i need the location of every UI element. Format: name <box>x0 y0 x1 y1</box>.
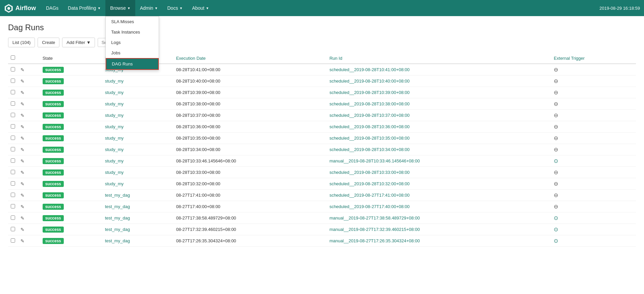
th-select-all[interactable] <box>8 53 18 64</box>
row-checkbox[interactable] <box>11 136 15 140</box>
dag-id-link[interactable]: study_my <box>105 170 124 175</box>
th-run-id[interactable]: Run Id <box>327 53 551 64</box>
run-id-link[interactable]: scheduled__2019-08-28T10:38:00+08:00 <box>330 101 410 106</box>
dag-id-link[interactable]: study_my <box>105 79 124 84</box>
dag-id-link[interactable]: study_my <box>105 181 124 186</box>
run-id-link[interactable]: scheduled__2019-08-28T10:36:00+08:00 <box>330 124 410 129</box>
run-id-link[interactable]: scheduled__2019-08-28T10:37:00+08:00 <box>330 113 410 118</box>
dropdown-item-sla-misses[interactable]: SLA Misses <box>106 16 159 27</box>
row-checkbox[interactable] <box>11 67 15 71</box>
dropdown-item-jobs[interactable]: Jobs <box>106 48 159 58</box>
th-external-trigger[interactable]: External Trigger <box>551 53 636 64</box>
edit-icon[interactable]: ✎ <box>20 124 24 130</box>
edit-icon[interactable]: ✎ <box>20 113 24 118</box>
nav-item-data-profiling[interactable]: Data Profiling ▼ <box>63 0 105 16</box>
edit-icon[interactable]: ✎ <box>20 101 24 107</box>
dag-id-link[interactable]: study_my <box>105 101 124 106</box>
row-checkbox[interactable] <box>11 101 15 106</box>
table-row: ✎successtest_my_dag08-27T17:38:58.489729… <box>8 212 636 224</box>
run-id-link[interactable]: scheduled__2019-08-27T17:41:00+08:00 <box>330 193 410 198</box>
edit-icon[interactable]: ✎ <box>20 158 24 164</box>
dag-id-link[interactable]: test_my_dag <box>105 227 130 232</box>
run-id-link[interactable]: scheduled__2019-08-28T10:35:00+08:00 <box>330 136 410 141</box>
edit-icon[interactable]: ✎ <box>20 238 24 244</box>
dag-id-link[interactable]: study_my <box>105 113 124 118</box>
run-id-link[interactable]: manual__2019-08-28T10:33:46.145646+08:00 <box>330 158 420 163</box>
edit-icon[interactable]: ✎ <box>20 90 24 95</box>
run-id-link[interactable]: scheduled__2019-08-28T10:39:00+08:00 <box>330 90 410 95</box>
row-checkbox[interactable] <box>11 193 15 197</box>
dag-id-link[interactable]: study_my <box>105 158 124 163</box>
dag-id-link[interactable]: test_my_dag <box>105 204 130 209</box>
edit-icon[interactable]: ✎ <box>20 193 24 198</box>
row-dag-id-cell: study_my <box>102 167 174 178</box>
dropdown-item-logs[interactable]: Logs <box>106 37 159 48</box>
th-execution-date[interactable]: Execution Date <box>174 53 327 64</box>
edit-icon[interactable]: ✎ <box>20 181 24 187</box>
nav-item-about[interactable]: About ▼ <box>187 0 214 16</box>
run-id-link[interactable]: scheduled__2019-08-28T10:40:00+08:00 <box>330 79 410 84</box>
external-trigger-icon: ⊙ <box>554 158 558 164</box>
row-external-trigger-cell: ⊖ <box>551 190 636 201</box>
add-filter-button[interactable]: Add Filter ▼ <box>62 38 95 47</box>
table-row: ✎successtest_my_dag08-27T17:32:39.460215… <box>8 224 636 235</box>
create-button[interactable]: Create <box>38 38 59 47</box>
dag-id-link[interactable]: test_my_dag <box>105 215 130 220</box>
row-checkbox[interactable] <box>11 113 15 117</box>
external-trigger-icon: ⊖ <box>554 67 558 72</box>
dag-id-link[interactable]: study_my <box>105 147 124 152</box>
row-checkbox[interactable] <box>11 215 15 220</box>
list-button[interactable]: List (104) <box>8 38 35 47</box>
row-checkbox[interactable] <box>11 170 15 174</box>
row-checkbox[interactable] <box>11 227 15 231</box>
row-checkbox[interactable] <box>11 204 15 208</box>
dropdown-item-dag-runs[interactable]: DAG Runs <box>106 58 159 70</box>
dag-id-link[interactable]: test_my_dag <box>105 193 130 198</box>
row-edit-cell: ✎ <box>18 167 40 178</box>
row-checkbox[interactable] <box>11 90 15 94</box>
nav-dags-label: DAGs <box>46 5 58 11</box>
dag-id-link[interactable]: test_my_dag <box>105 238 130 243</box>
table-row: ✎successstudy_my08-28T10:36:00+08:00sche… <box>8 121 636 133</box>
select-all-checkbox[interactable] <box>11 55 15 60</box>
status-badge: success <box>43 169 64 176</box>
dag-id-link[interactable]: study_my <box>105 124 124 129</box>
run-id-link[interactable]: manual__2019-08-27T17:38:58.489729+08:00 <box>330 215 420 220</box>
row-checkbox[interactable] <box>11 124 15 129</box>
run-id-link[interactable]: manual__2019-08-27T17:32:39.460215+08:00 <box>330 227 420 232</box>
run-id-link[interactable]: scheduled__2019-08-28T10:33:00+08:00 <box>330 170 410 175</box>
row-edit-cell: ✎ <box>18 155 40 167</box>
row-checkbox-cell <box>8 98 18 110</box>
brand[interactable]: Airflow <box>4 3 36 13</box>
nav-item-docs[interactable]: Docs ▼ <box>162 0 187 16</box>
row-checkbox-cell <box>8 190 18 201</box>
row-execution-date-cell: 08-28T10:38:00+08:00 <box>174 98 327 110</box>
row-dag-id-cell: test_my_dag <box>102 190 174 201</box>
row-checkbox[interactable] <box>11 238 15 243</box>
edit-icon[interactable]: ✎ <box>20 170 24 175</box>
row-checkbox[interactable] <box>11 158 15 163</box>
edit-icon[interactable]: ✎ <box>20 227 24 232</box>
nav-item-admin[interactable]: Admin ▼ <box>135 0 163 16</box>
dag-id-link[interactable]: study_my <box>105 90 124 95</box>
edit-icon[interactable]: ✎ <box>20 147 24 152</box>
row-dag-id-cell: test_my_dag <box>102 212 174 224</box>
edit-icon[interactable]: ✎ <box>20 67 24 72</box>
edit-icon[interactable]: ✎ <box>20 215 24 221</box>
nav-item-dags[interactable]: DAGs <box>41 0 63 16</box>
row-checkbox[interactable] <box>11 181 15 186</box>
dag-id-link[interactable]: study_my <box>105 136 124 141</box>
edit-icon[interactable]: ✎ <box>20 79 24 84</box>
run-id-link[interactable]: scheduled__2019-08-28T10:32:00+08:00 <box>330 181 410 186</box>
run-id-link[interactable]: manual__2019-08-27T17:26:35.304324+08:00 <box>330 238 420 243</box>
edit-icon[interactable]: ✎ <box>20 204 24 209</box>
th-state: State <box>40 53 102 64</box>
run-id-link[interactable]: scheduled__2019-08-28T10:41:00+08:00 <box>330 67 410 72</box>
dropdown-item-task-instances[interactable]: Task Instances <box>106 27 159 37</box>
row-checkbox[interactable] <box>11 147 15 151</box>
run-id-link[interactable]: scheduled__2019-08-28T10:34:00+08:00 <box>330 147 410 152</box>
edit-icon[interactable]: ✎ <box>20 136 24 141</box>
row-checkbox[interactable] <box>11 79 15 83</box>
run-id-link[interactable]: scheduled__2019-08-27T17:40:00+08:00 <box>330 204 410 209</box>
nav-item-browse[interactable]: Browse ▼ SLA Misses Task Instances Logs … <box>105 0 135 16</box>
